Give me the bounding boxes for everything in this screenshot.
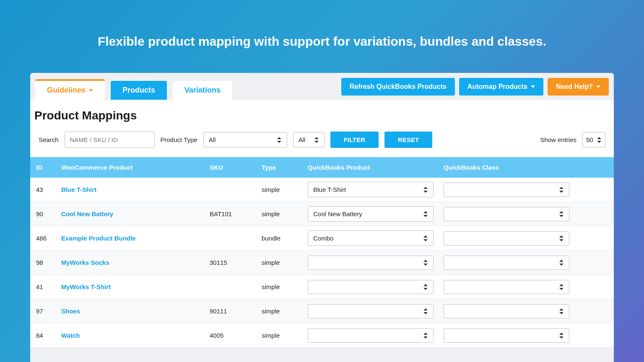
product-link[interactable]: Example Product Bundle [61, 235, 136, 242]
cell-id: 486 [36, 235, 61, 242]
product-type-select[interactable]: All [203, 132, 287, 147]
cell-id: 90 [36, 210, 61, 217]
product-link[interactable]: Cool New Battery [61, 210, 113, 217]
select-arrows-icon [559, 308, 564, 314]
select-arrows-icon [559, 211, 564, 217]
cell-type: simple [262, 283, 308, 290]
select-arrows-icon [559, 284, 564, 290]
chevron-down-icon [531, 85, 535, 88]
chevron-down-icon [89, 89, 93, 92]
refresh-quickbooks-button[interactable]: Refresh QuickBooks Products [341, 78, 455, 96]
product-type-value: All [209, 136, 216, 143]
cell-qb-class [444, 328, 579, 343]
filter-row: Search Product Type All All FILTER RESET… [30, 132, 614, 157]
qb-product-select[interactable]: Combo [308, 230, 434, 246]
cell-sku: BAT101 [210, 210, 262, 217]
qb-class-select[interactable] [444, 280, 569, 294]
cell-sku: 4005 [210, 332, 262, 339]
qb-class-select[interactable] [444, 183, 569, 197]
automap-products-button[interactable]: Automap Products [459, 78, 543, 96]
cell-qb-product [308, 256, 444, 270]
cell-type: simple [262, 308, 308, 315]
select-arrows-icon [559, 260, 564, 266]
product-link[interactable]: Blue T-Shirt [61, 186, 96, 193]
cell-qb-product [308, 280, 444, 294]
cell-id: 97 [36, 308, 61, 315]
cell-type: simple [262, 332, 308, 339]
qb-product-value: Cool New Battery [313, 210, 362, 217]
cell-sku: 90111 [210, 308, 262, 315]
reset-button[interactable]: RESET [384, 132, 432, 148]
product-type-label: Product Type [161, 136, 197, 143]
select-arrows-icon [559, 235, 564, 241]
table-row: 486Example Product BundlebundleCombo [30, 226, 614, 251]
select-arrows-icon [423, 187, 428, 193]
qb-product-select[interactable] [308, 280, 434, 294]
qb-product-select[interactable] [308, 256, 434, 270]
product-link[interactable]: Shoes [61, 308, 80, 315]
select-arrows-icon [423, 333, 428, 339]
cell-qb-product [308, 328, 444, 343]
cell-qb-class [444, 183, 579, 197]
cell-type: bundle [262, 235, 308, 242]
cell-sku: 30115 [210, 259, 262, 266]
cell-type: simple [262, 259, 308, 266]
select-arrows-icon [423, 211, 428, 217]
product-link[interactable]: Watch [61, 332, 80, 339]
cell-qb-class [444, 280, 579, 294]
qb-product-select[interactable]: Cool New Battery [308, 206, 434, 222]
table-row: 90Cool New BatteryBAT101simpleCool New B… [30, 202, 614, 226]
table-row: 97Shoes90111simple [30, 299, 614, 323]
column-id: ID [36, 164, 61, 171]
select-arrows-icon [559, 333, 564, 339]
cell-qb-product: Combo [308, 230, 444, 246]
select-arrows-icon [277, 137, 282, 143]
column-type: Type [262, 164, 308, 171]
qb-product-select[interactable] [308, 304, 434, 318]
secondary-filter-value: All [299, 136, 306, 143]
tab-variations-label: Variations [184, 86, 221, 95]
qb-product-value: Blue T-Shirt [313, 186, 346, 193]
column-product: WooCommerce Product [61, 164, 210, 171]
select-arrows-icon [423, 260, 428, 266]
automap-button-label: Automap Products [467, 83, 527, 90]
qb-class-select[interactable] [444, 256, 569, 270]
cell-type: simple [262, 186, 308, 193]
cell-product: Blue T-Shirt [61, 186, 210, 193]
product-link[interactable]: MyWorks T-Shirt [61, 283, 111, 290]
cell-product: MyWorks T-Shirt [61, 283, 210, 290]
filter-button[interactable]: FILTER [330, 132, 379, 148]
qb-class-select[interactable] [444, 231, 569, 246]
cell-product: Cool New Battery [61, 210, 210, 217]
select-arrows-icon [423, 308, 428, 314]
tab-guidelines[interactable]: Guidelines [35, 79, 105, 100]
cell-qb-product [308, 304, 444, 318]
column-qb-class: QuickBooks Class [444, 164, 579, 171]
tab-products-label: Products [122, 86, 155, 95]
cell-id: 43 [36, 186, 61, 193]
qb-class-select[interactable] [444, 207, 569, 221]
tab-variations[interactable]: Variations [173, 81, 232, 100]
cell-product: Shoes [61, 308, 210, 315]
tab-products[interactable]: Products [111, 81, 167, 100]
tab-guidelines-label: Guidelines [47, 86, 86, 95]
qb-product-select[interactable]: Blue T-Shirt [308, 182, 434, 197]
tabs: Guidelines Products Variations [35, 79, 337, 100]
cell-product: Example Product Bundle [61, 235, 210, 242]
cell-qb-class [444, 207, 579, 221]
chevron-down-icon [596, 85, 600, 88]
cell-product: Watch [61, 332, 210, 339]
qb-product-value: Combo [313, 235, 333, 242]
qb-class-select[interactable] [444, 304, 569, 318]
qb-product-select[interactable] [308, 328, 434, 343]
search-label: Search [39, 136, 59, 143]
secondary-filter-select[interactable]: All [293, 132, 325, 147]
show-entries-select[interactable]: 50 [582, 132, 605, 147]
show-entries-label: Show entries [540, 136, 576, 143]
search-input[interactable] [65, 132, 155, 148]
need-help-button[interactable]: Need Help? [548, 78, 609, 96]
qb-class-select[interactable] [444, 328, 569, 343]
table-header: ID WooCommerce Product SKU Type QuickBoo… [30, 157, 614, 178]
product-link[interactable]: MyWorks Socks [61, 259, 109, 266]
select-arrows-icon [597, 137, 602, 143]
